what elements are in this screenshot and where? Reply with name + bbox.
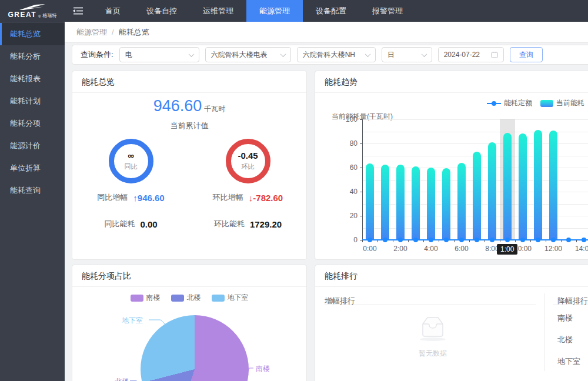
x-tick-mark [515, 240, 516, 242]
nav-item[interactable]: 设备自控 [133, 0, 190, 22]
brand-name-cn: 格瑞特 [43, 14, 57, 18]
mom-column: -0.45 环比 环比增幅 ↓-782.60 环比能耗 1729.20 [189, 139, 306, 229]
y-tick-mark [360, 168, 362, 168]
x-tick-mark [393, 240, 393, 242]
search-button[interactable]: 查询 [510, 47, 543, 62]
quota-line-dot [582, 238, 586, 242]
query-select[interactable]: 日 [382, 47, 432, 62]
quota-line-dot [368, 238, 372, 242]
quota-line-dot [505, 238, 510, 242]
legend-item-bar[interactable]: 当前能耗 [540, 98, 584, 108]
query-condition-label: 查询条件: [81, 49, 113, 60]
y-tick-label: 80 [339, 139, 358, 148]
main-nav: 首页设备自控运维管理能源管理设备配置报警管理 [92, 0, 416, 22]
y-tick-label: 20 [339, 212, 358, 220]
query-panel: 查询条件: 电六院骨科大楼电表六院骨科大楼NH日 2024-07-22 查询 [72, 45, 588, 65]
x-tick-label: 12:00 [540, 245, 566, 253]
ranking-list-item: 南楼 [557, 313, 573, 323]
calendar-icon [491, 51, 498, 58]
sidebar-item[interactable]: 能耗分项 [0, 112, 65, 135]
brand-swoosh-icon [19, 4, 46, 11]
energy-bar [366, 163, 374, 240]
mom-growth-label: 环比增幅 [213, 192, 243, 203]
pie-legend-item[interactable]: 北楼 [171, 293, 201, 303]
current-total-unit: 千瓦时 [204, 105, 225, 113]
select-value: 日 [387, 50, 395, 60]
pie-legend-swatch [212, 295, 225, 302]
x-tick-mark [546, 240, 546, 242]
x-tick-label: 6:00 [449, 245, 475, 253]
query-selects: 电六院骨科大楼电表六院骨科大楼NH日 [119, 47, 432, 62]
select-value: 电 [125, 50, 132, 60]
sidebar-item[interactable]: 能源计价 [0, 135, 65, 157]
x-tick-mark [439, 240, 439, 242]
sidebar-collapse-icon[interactable] [72, 7, 83, 15]
line-series-icon [487, 101, 501, 106]
nav-item[interactable]: 能源管理 [246, 0, 303, 22]
main-area: 能源管理 / 能耗总览 查询条件: 电六院骨科大楼电表六院骨科大楼NH日 202… [65, 22, 588, 381]
axis-pointer-label: 1:00 [497, 244, 517, 255]
x-tick-mark [423, 240, 424, 242]
yoy-energy-label: 同比能耗 [104, 219, 135, 229]
pie-label-south: 南楼 [256, 364, 270, 374]
overview-body: 946.60千瓦时 当前累计值 ∞ 同比 同比增幅 [72, 97, 306, 229]
mom-energy-label: 环比能耗 [214, 219, 245, 229]
sidebar: 能耗总览能耗分析能耗报表能耗计划能耗分项能源计价单位折算能耗查询 [0, 22, 65, 381]
trend-card: 能耗趋势 能耗定额 当前能耗 当前能耗量(千瓦时) [315, 71, 588, 260]
pie-legend-item[interactable]: 地下室 [212, 293, 249, 303]
x-tick-mark [362, 240, 363, 242]
pie-card-title: 能耗分项占比 [72, 265, 306, 287]
ranking-card: 能耗排行 增幅排行 降幅排行 南楼北楼地下室 暂无数据 [315, 265, 588, 381]
sidebar-item[interactable]: 能耗分析 [0, 45, 65, 68]
quota-line-dot [536, 238, 540, 242]
breadcrumb-page: 能耗总览 [119, 27, 149, 38]
brand-logo: GREAT ® 格瑞特 [0, 0, 65, 22]
legend-bar-label: 当前能耗 [556, 98, 584, 108]
trend-card-title: 能耗趋势 [315, 71, 588, 93]
nav-item[interactable]: 运维管理 [190, 0, 246, 22]
date-picker-input[interactable]: 2024-07-22 [438, 47, 504, 62]
pie-legend-swatch [131, 295, 143, 302]
y-tick-label: 0 [339, 236, 358, 244]
legend-line-label: 能耗定额 [504, 98, 532, 108]
brand-registered-mark: ® [38, 15, 41, 18]
sidebar-item[interactable]: 单位折算 [0, 157, 65, 179]
breadcrumb-section[interactable]: 能源管理 [76, 27, 107, 38]
sidebar-item[interactable]: 能耗计划 [0, 90, 65, 112]
x-tick-mark [377, 240, 378, 242]
energy-bar [427, 168, 435, 240]
sidebar-item[interactable]: 能耗总览 [0, 23, 65, 45]
pie-chart [141, 315, 249, 381]
query-select[interactable]: 六院骨科大楼电表 [205, 47, 291, 62]
x-tick-label: 14:00 [571, 245, 588, 253]
energy-bar [519, 133, 527, 240]
y-tick-label: 60 [339, 163, 358, 172]
overview-card-title: 能耗总览 [72, 71, 306, 93]
legend-item-line[interactable]: 能耗定额 [487, 98, 532, 108]
energy-bar [457, 163, 466, 240]
trend-legend: 能耗定额 当前能耗 [487, 98, 584, 108]
x-tick-label: 2:00 [387, 245, 413, 253]
sidebar-item[interactable]: 能耗报表 [0, 68, 65, 90]
x-tick-label: 4:00 [418, 245, 444, 253]
pie-legend-swatch [171, 295, 184, 302]
query-select[interactable]: 电 [119, 47, 199, 62]
energy-bar [381, 165, 389, 240]
mom-energy-value: 1729.20 [250, 219, 282, 229]
y-tick-mark [360, 143, 362, 144]
energy-bar [534, 130, 542, 240]
quota-line-dot [429, 238, 433, 242]
quota-line-dot [520, 238, 525, 242]
overview-card: 能耗总览 946.60千瓦时 当前累计值 ∞ 同比 [72, 71, 307, 260]
sidebar-item[interactable]: 能耗查询 [0, 179, 65, 202]
energy-bar [549, 131, 557, 240]
yoy-ring-value: ∞ [128, 151, 134, 161]
nav-item[interactable]: 设备配置 [303, 0, 359, 22]
nav-item[interactable]: 首页 [92, 0, 133, 22]
up-arrow-icon: ↑ [133, 193, 138, 203]
quota-line-dot [398, 238, 403, 242]
pie-legend-item[interactable]: 南楼 [131, 293, 161, 303]
ranking-list-item: 北楼 [557, 335, 573, 345]
query-select[interactable]: 六院骨科大楼NH [297, 47, 376, 62]
nav-item[interactable]: 报警管理 [359, 0, 416, 22]
